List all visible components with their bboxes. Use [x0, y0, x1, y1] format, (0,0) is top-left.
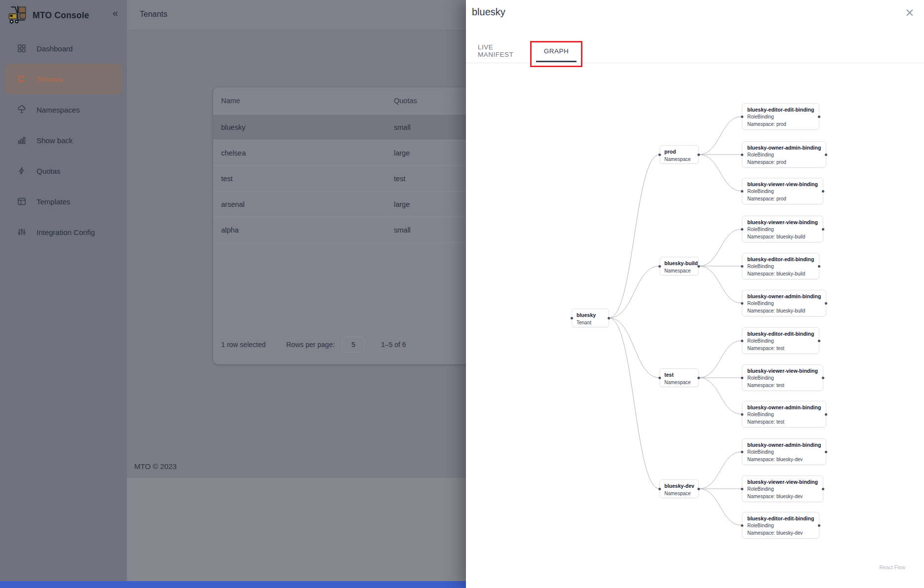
node-title: bluesky-editor-edit-binding [747, 256, 814, 263]
sidebar-item-label: Dashboard [37, 44, 73, 53]
graph-node-rolebinding[interactable]: bluesky-editor-edit-binding RoleBinding … [742, 327, 819, 354]
app-title: MTO Console [33, 10, 89, 21]
graph-node-namespace-bluesky-dev[interactable]: bluesky-dev Namespace [659, 479, 699, 498]
sidebar-item-templates[interactable]: Templates [5, 186, 122, 217]
node-kind: RoleBinding [747, 375, 818, 382]
graph-node-rolebinding[interactable]: bluesky-owner-admin-binding RoleBinding … [742, 401, 826, 428]
graph-node-namespace-test[interactable]: test Namespace [659, 368, 699, 387]
node-kind: RoleBinding [747, 411, 821, 419]
node-title: bluesky-dev [664, 482, 694, 490]
cell-quota: small [386, 226, 466, 234]
cell-name: alpha [213, 226, 386, 234]
node-kind: RoleBinding [747, 226, 818, 234]
node-title: bluesky-viewer-view-binding [747, 181, 818, 188]
sidebar-item-label: Integration Config [37, 228, 95, 236]
node-title: bluesky-build [664, 260, 694, 267]
cell-name: chelsea [213, 149, 386, 157]
node-title: bluesky-editor-edit-binding [747, 106, 814, 114]
node-namespace: Namespace: bluesky-dev [747, 530, 814, 537]
table-row-arsenal[interactable]: arsenal large [213, 192, 466, 217]
tenants-table-card: Name Quotas bluesky small chelsea large … [213, 87, 466, 364]
cell-name: test [213, 175, 386, 183]
node-namespace: Namespace: test [747, 419, 821, 426]
node-title: bluesky-owner-admin-binding [747, 441, 821, 449]
sidebar-item-label: Templates [37, 197, 70, 206]
graph-edges [466, 0, 924, 588]
rows-per-page-select[interactable]: 5 [342, 337, 365, 353]
node-kind: RoleBinding [747, 522, 814, 530]
sidebar-item-tenants[interactable]: Tenants [5, 64, 122, 94]
graph-node-namespace-bluesky-build[interactable]: bluesky-build Namespace [659, 257, 699, 275]
graph-node-rolebinding[interactable]: bluesky-viewer-view-binding RoleBinding … [742, 178, 823, 204]
sidebar-item-label: Quotas [37, 167, 60, 175]
node-namespace: Namespace: prod [747, 196, 818, 203]
sidebar-item-quotas[interactable]: Quotas [5, 156, 122, 186]
sidebar-collapse-icon[interactable]: « [113, 8, 118, 18]
node-namespace: Namespace: prod [747, 121, 814, 128]
node-kind: RoleBinding [747, 338, 814, 345]
graph-node-rolebinding[interactable]: bluesky-owner-admin-binding RoleBinding … [742, 438, 826, 465]
react-flow-attribution[interactable]: React Flow [879, 564, 905, 570]
node-title: bluesky-owner-admin-binding [747, 404, 821, 411]
lightning-icon [17, 166, 27, 176]
node-type: Tenant [577, 319, 604, 326]
namespaces-icon [17, 105, 27, 115]
rows-per-page-label: Rows per page: [286, 341, 335, 349]
node-title: bluesky-owner-admin-binding [747, 293, 821, 300]
table-row-alpha[interactable]: alpha small [213, 217, 466, 243]
table-row-chelsea[interactable]: chelsea large [213, 140, 466, 166]
node-namespace: Namespace: bluesky-build [747, 234, 818, 241]
tenants-icon [17, 74, 27, 84]
node-kind: RoleBinding [747, 449, 821, 456]
main-content: Name Quotas bluesky small chelsea large … [127, 31, 466, 588]
pagination-range-text: 1–5 of 6 [381, 341, 406, 349]
graph-node-tenant-bluesky[interactable]: bluesky Tenant [572, 309, 609, 327]
node-kind: RoleBinding [747, 300, 821, 308]
graph-node-namespace-prod[interactable]: prod Namespace [659, 145, 699, 164]
graph-node-rolebinding[interactable]: bluesky-viewer-view-binding RoleBinding … [742, 364, 823, 391]
copyright-text: MTO © 2023 [134, 462, 177, 470]
node-title: bluesky-viewer-view-binding [747, 219, 818, 226]
cell-name: arsenal [213, 200, 386, 208]
node-kind: RoleBinding [747, 114, 814, 121]
graph-node-rolebinding[interactable]: bluesky-owner-admin-binding RoleBinding … [742, 141, 826, 168]
node-namespace: Namespace: test [747, 382, 818, 390]
tenant-graph: bluesky Tenant prod Namespace bluesky-bu… [466, 0, 924, 588]
graph-node-rolebinding[interactable]: bluesky-viewer-view-binding RoleBinding … [742, 216, 823, 242]
cell-name: bluesky [213, 123, 386, 131]
table-row-bluesky[interactable]: bluesky small [213, 115, 466, 140]
sidebar-item-label: Show back [37, 136, 73, 145]
sidebar-item-integration-config[interactable]: Integration Config [5, 217, 122, 247]
graph-node-rolebinding[interactable]: bluesky-editor-edit-binding RoleBinding … [742, 103, 819, 130]
graph-node-rolebinding[interactable]: bluesky-owner-admin-binding RoleBinding … [742, 290, 826, 316]
sidebar-item-namespaces[interactable]: Namespaces [5, 94, 122, 125]
node-kind: RoleBinding [747, 263, 814, 271]
sliders-icon [17, 227, 27, 237]
templates-icon [17, 196, 27, 206]
page-background [127, 478, 466, 588]
cell-quota: large [386, 200, 466, 208]
graph-node-rolebinding[interactable]: bluesky-editor-edit-binding RoleBinding … [742, 253, 819, 279]
node-namespace: Namespace: bluesky-build [747, 271, 814, 278]
sidebar-item-label: Namespaces [37, 106, 80, 114]
table-pagination: 1 row selected Rows per page: 5 1–5 of 6 [213, 336, 466, 355]
graph-node-rolebinding[interactable]: bluesky-editor-edit-binding RoleBinding … [742, 512, 819, 539]
column-header-quotas: Quotas [386, 97, 466, 105]
dashboard-icon [17, 43, 27, 53]
sidebar-item-show-back[interactable]: Show back [5, 125, 122, 156]
node-title: bluesky-editor-edit-binding [747, 330, 814, 338]
sidebar-item-label: Tenants [37, 75, 63, 83]
table-row-test[interactable]: test test [213, 166, 466, 192]
sidebar-menu: Dashboard Tenants Namespaces Show back [0, 33, 127, 247]
node-namespace: Namespace: bluesky-build [747, 308, 821, 315]
node-title: bluesky-owner-admin-binding [747, 144, 821, 152]
node-type: Namespace [664, 156, 694, 163]
horizontal-scrollbar[interactable] [0, 581, 466, 588]
sidebar-item-dashboard[interactable]: Dashboard [5, 33, 122, 64]
node-type: Namespace [664, 490, 694, 497]
column-header-name: Name [213, 97, 386, 105]
node-title: bluesky-editor-edit-binding [747, 515, 814, 522]
node-type: Namespace [664, 379, 694, 386]
page-title: Tenants [140, 10, 167, 19]
graph-node-rolebinding[interactable]: bluesky-viewer-view-binding RoleBinding … [742, 475, 823, 502]
